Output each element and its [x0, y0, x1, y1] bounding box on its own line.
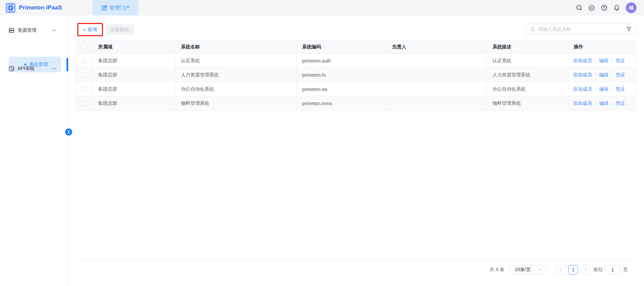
sidebar: 资源管理 系统管理 API审核: [0, 16, 69, 286]
cell-name: 认证系统: [176, 54, 297, 68]
row-checkbox[interactable]: [82, 101, 87, 106]
tab-admin-portal-label: 管理门户: [109, 5, 130, 11]
add-member-link[interactable]: 添加成员: [573, 58, 592, 64]
goto-page-input[interactable]: [606, 265, 620, 275]
action-divider: [612, 58, 612, 63]
add-member-link[interactable]: 添加成员: [573, 100, 592, 106]
cell-domain: 集团总部: [93, 82, 176, 96]
table-row: 集团总部 办公自动化系统 primeton.oa 办公自动化系统 添加成员 编辑…: [76, 82, 636, 96]
edit-link[interactable]: 编辑: [599, 58, 609, 64]
col-header-actions: 操作: [568, 41, 636, 54]
action-divider: [595, 58, 596, 63]
chevron-down-icon: [52, 68, 56, 70]
sidebar-group-label: API审核: [18, 66, 35, 72]
plus-icon: +: [83, 27, 86, 32]
sidebar-group-resource-management[interactable]: 资源管理: [0, 25, 69, 36]
cell-code: primeton.hr: [297, 68, 387, 82]
credential-link[interactable]: 凭证: [616, 100, 625, 106]
page-size-select[interactable]: 10条/页: [510, 265, 546, 275]
svg-text:P: P: [9, 6, 12, 10]
credential-link[interactable]: 凭证: [616, 86, 625, 92]
search-icon[interactable]: [576, 4, 583, 11]
batch-delete-label: 批量删除: [110, 27, 129, 33]
sidebar-group-label: 资源管理: [18, 27, 36, 33]
action-divider: [595, 87, 596, 91]
cell-description: 认证系统: [487, 54, 568, 68]
cell-code: primeton.oa: [297, 82, 387, 96]
cell-domain: 集团总部: [93, 96, 176, 111]
app-logo-icon: P: [5, 3, 16, 13]
table-body: 集团总部 认证系统 primeton.auth 认证系统 添加成员 编辑 凭证 …: [76, 54, 636, 111]
col-header-owner: 负责人: [387, 41, 487, 54]
credential-link[interactable]: 凭证: [616, 72, 625, 78]
system-name-search: [526, 24, 636, 34]
table-row: 集团总部 物料管理系统 primeton.mms 物料管理系统 添加成员 编辑 …: [76, 96, 636, 111]
add-button-label: 新增: [88, 27, 97, 33]
user-avatar[interactable]: 域: [626, 2, 637, 13]
col-header-name: 系统名称: [176, 41, 297, 54]
table-row: 集团总部 人力资源管理系统 primeton.hr 人力资源管理系统 添加成员 …: [76, 68, 636, 82]
col-header-domain: 所属域: [93, 41, 176, 54]
ai-assistant-icon[interactable]: AI: [588, 4, 595, 11]
notification-bell-icon[interactable]: [613, 4, 620, 11]
row-checkbox[interactable]: [82, 58, 87, 63]
cell-owner: [387, 96, 487, 111]
add-member-link[interactable]: 添加成员: [573, 86, 592, 92]
chevron-left-icon: [67, 130, 70, 134]
cell-description: 人力资源管理系统: [487, 68, 568, 82]
cell-owner: [387, 54, 487, 68]
edit-link[interactable]: 编辑: [599, 72, 609, 78]
search-input[interactable]: [538, 26, 623, 32]
edit-link[interactable]: 编辑: [599, 86, 609, 92]
action-divider: [595, 101, 596, 105]
row-checkbox[interactable]: [82, 87, 87, 92]
action-divider: [595, 73, 596, 77]
cell-domain: 集团总部: [93, 68, 176, 82]
action-divider: [612, 73, 612, 77]
row-checkbox[interactable]: [82, 73, 87, 77]
server-stack-icon: [8, 27, 15, 33]
sidebar-group-api-review[interactable]: API审核: [0, 63, 69, 74]
col-header-code: 系统编码: [297, 41, 387, 54]
brand: P Primeton iPaaS: [0, 3, 62, 13]
chevron-down-icon: [539, 269, 542, 271]
svg-text:AI: AI: [590, 7, 593, 9]
prev-page-button[interactable]: [556, 265, 566, 275]
document-check-icon: [8, 66, 15, 72]
batch-delete-button[interactable]: 批量删除: [106, 24, 134, 35]
table-footer: 共 4 条 10条/页 1 前往 页: [76, 261, 636, 278]
cell-owner: [387, 82, 487, 96]
cell-description: 办公自动化系统: [487, 82, 568, 96]
sidebar-collapse-button[interactable]: [65, 128, 72, 136]
svg-text:?: ?: [603, 6, 605, 10]
brand-name: Primeton iPaaS: [19, 4, 62, 11]
chevron-left-icon: [560, 268, 562, 271]
page-unit-label: 页: [623, 267, 628, 273]
tab-admin-portal[interactable]: 管理门户: [92, 0, 138, 16]
page-size-value: 10条/页: [515, 267, 531, 273]
help-icon[interactable]: ?: [601, 4, 608, 11]
cell-description: 物料管理系统: [487, 96, 568, 111]
top-header: P Primeton iPaaS 管理门户 AI: [0, 0, 644, 16]
edit-link[interactable]: 编辑: [599, 100, 609, 106]
chevron-up-icon: [52, 29, 56, 32]
cell-name: 人力资源管理系统: [176, 68, 297, 82]
search-input-icon: [530, 27, 535, 32]
col-header-description: 系统描述: [487, 41, 568, 54]
action-divider: [612, 87, 612, 91]
filter-funnel-icon[interactable]: [626, 26, 632, 32]
credential-link[interactable]: 凭证: [616, 58, 625, 64]
select-all-checkbox[interactable]: [82, 45, 87, 49]
systems-table: 所属域 系统名称 系统编码 负责人 系统描述 操作 集团总部 认证系统 prim…: [76, 40, 636, 111]
apps-grid-icon: [101, 5, 107, 11]
header-actions: AI ? 域: [576, 0, 637, 16]
cell-name: 办公自动化系统: [176, 82, 297, 96]
next-page-button[interactable]: [581, 265, 591, 275]
table-row: 集团总部 认证系统 primeton.auth 认证系统 添加成员 编辑 凭证: [76, 54, 636, 68]
add-member-link[interactable]: 添加成员: [573, 72, 592, 78]
page-number-1[interactable]: 1: [568, 265, 578, 275]
cell-code: primeton.mms: [297, 96, 387, 111]
cell-owner: [387, 68, 487, 82]
pagination-total: 共 4 条: [489, 267, 504, 273]
add-button[interactable]: + 新增: [79, 25, 101, 34]
